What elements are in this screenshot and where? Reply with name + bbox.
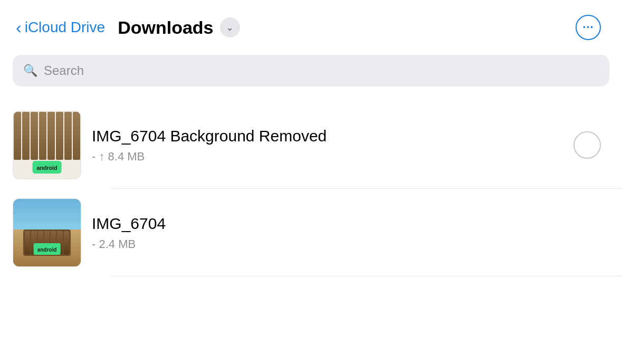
list-item[interactable]: android IMG_6704 Background Removed - ↑ … (0, 101, 622, 189)
file-thumbnail: android (13, 111, 81, 179)
thumbnail-android-logo: android (33, 161, 62, 174)
file-info: IMG_6704 - 2.4 MB (92, 214, 601, 251)
page-title: Downloads (118, 17, 213, 38)
search-input[interactable] (44, 63, 599, 78)
file-info: IMG_6704 Background Removed - ↑ 8.4 MB (92, 127, 563, 164)
chevron-down-icon: ⌄ (226, 23, 234, 32)
file-thumbnail: android (13, 198, 81, 267)
file-list: android IMG_6704 Background Removed - ↑ … (0, 101, 622, 276)
title-area: Downloads ⌄ (118, 17, 240, 38)
file-meta: - ↑ 8.4 MB (92, 150, 563, 164)
search-container: 🔍 (0, 51, 622, 101)
back-button[interactable]: ‹ iCloud Drive (16, 19, 105, 36)
thumbnail-sign-label: android (34, 243, 61, 255)
search-bar[interactable]: 🔍 (13, 55, 609, 87)
select-circle[interactable] (573, 131, 601, 159)
title-dropdown-button[interactable]: ⌄ (220, 17, 240, 37)
search-icon: 🔍 (23, 64, 37, 78)
list-item[interactable]: android IMG_6704 - 2.4 MB (0, 189, 622, 276)
navigation-header: ‹ iCloud Drive Downloads ⌄ ··· (0, 0, 622, 51)
back-label: iCloud Drive (25, 19, 106, 36)
file-name: IMG_6704 Background Removed (92, 127, 563, 146)
ellipsis-icon: ··· (582, 21, 594, 34)
file-meta: - 2.4 MB (92, 237, 601, 251)
back-chevron-icon: ‹ (16, 19, 22, 36)
more-options-button[interactable]: ··· (576, 15, 601, 40)
file-name: IMG_6704 (92, 214, 601, 233)
